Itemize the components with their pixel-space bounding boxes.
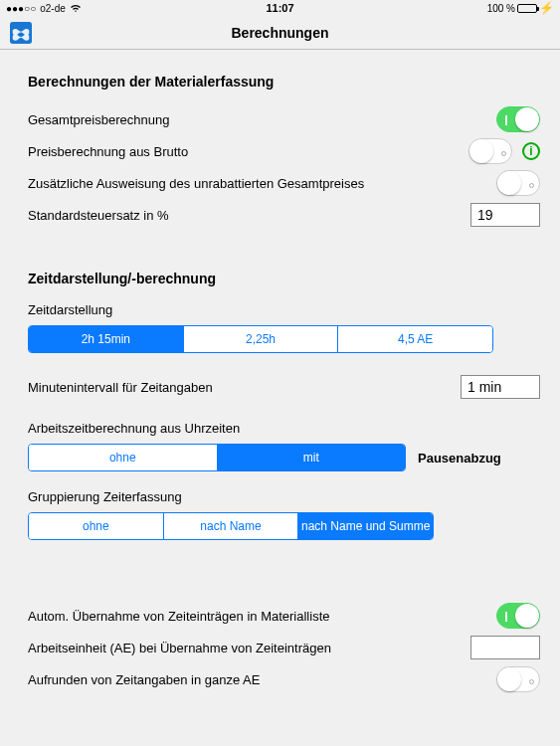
input-steuersatz[interactable] [470,203,540,227]
row-intervall: Minutenintervall für Zeitangaben [28,371,540,403]
section-materials-title: Berechnungen der Materialerfassung [28,74,540,90]
carrier-label: o2-de [40,3,66,14]
label-pausenabzug: Pausenabzug [418,451,501,466]
seg-gruppierung-name-summe[interactable]: nach Name und Summe [298,513,433,539]
label-brutto: Preisberechnung aus Brutto [28,144,451,159]
info-icon[interactable]: i [522,142,540,160]
row-steuersatz: Standardsteuersatz in % [28,199,540,231]
label-ae-uebernahme: Arbeitseinheit (AE) bei Übernahme von Ze… [28,641,451,655]
battery-percent: 100 % [487,3,515,14]
toggle-gesamtpreis[interactable] [496,106,540,132]
row-aufrunden: Aufrunden von Zeitangaben in ganze AE [28,663,540,695]
seg-zeitdarstellung-opt1[interactable]: 2h 15min [29,326,184,352]
toggle-brutto[interactable] [468,138,512,164]
status-time: 11:07 [266,2,293,14]
seg-zeitdarstellung-opt2[interactable]: 2,25h [184,326,339,352]
wifi-icon [70,4,82,13]
label-gesamtpreis: Gesamtpreisberechnung [28,112,451,127]
label-unrabattiert: Zusätzliche Ausweisung des unrabattierte… [28,176,451,191]
label-aufrunden: Aufrunden von Zeitangaben in ganze AE [28,672,451,687]
section-time-title: Zeitdarstellung/-berechnung [28,271,540,286]
input-ae[interactable] [470,636,540,659]
seg-zeitdarstellung: 2h 15min 2,25h 4,5 AE [28,325,493,353]
row-brutto: Preisberechnung aus Brutto i [28,135,540,167]
status-bar: ●●●○○ o2-de 11:07 100 % ⚡ [0,0,560,16]
page-title: Berechnungen [231,25,328,41]
status-right: 100 % ⚡ [487,3,554,14]
label-arbeitszeit: Arbeitszeitberechnung aus Uhrzeiten [28,421,540,436]
label-gruppierung: Gruppierung Zeiterfassung [28,489,540,504]
row-ae-uebernahme: Arbeitseinheit (AE) bei Übernahme von Ze… [28,632,540,663]
row-gesamtpreis: Gesamtpreisberechnung [28,103,540,135]
seg-gruppierung: ohne nach Name nach Name und Summe [28,512,434,540]
nav-header: Berechnungen [0,16,560,50]
signal-dots: ●●●○○ [6,3,36,14]
app-logo-icon [10,22,32,44]
label-zeitdarstellung: Zeitdarstellung [28,302,540,317]
label-steuersatz: Standardsteuersatz in % [28,208,451,223]
toggle-aufrunden[interactable] [496,666,540,692]
charging-icon: ⚡ [539,4,554,13]
toggle-auto-uebernahme[interactable] [496,603,540,629]
seg-gruppierung-name[interactable]: nach Name [164,513,299,539]
seg-arbeitszeit-ohne[interactable]: ohne [29,445,218,470]
input-intervall[interactable] [461,375,540,399]
toggle-unrabattiert[interactable] [496,170,540,196]
row-unrabattiert: Zusätzliche Ausweisung des unrabattierte… [28,167,540,199]
status-left: ●●●○○ o2-de [6,3,82,14]
seg-arbeitszeit-mit[interactable]: mit [218,445,406,470]
row-auto-uebernahme: Autom. Übernahme von Zeiteinträgen in Ma… [28,600,540,632]
label-intervall: Minutenintervall für Zeitangaben [28,380,451,395]
seg-zeitdarstellung-opt3[interactable]: 4,5 AE [338,326,492,352]
battery-icon [517,4,537,13]
seg-gruppierung-ohne[interactable]: ohne [29,513,164,539]
seg-arbeitszeit: ohne mit [28,444,406,471]
label-auto-uebernahme: Autom. Übernahme von Zeiteinträgen in Ma… [28,609,451,624]
